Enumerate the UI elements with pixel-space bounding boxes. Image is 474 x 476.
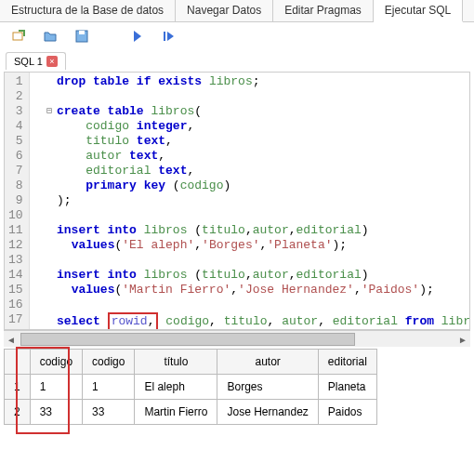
line-gutter: 1234567891011121314151617 [5,73,30,329]
sql-editor[interactable]: 1234567891011121314151617 ⊟ drop table i… [4,72,470,330]
main-tabs: Estructura de la Base de datosNavegar Da… [0,0,474,22]
run-line-icon[interactable] [162,29,177,44]
tab-estructura-de-la-base-de-datos[interactable]: Estructura de la Base de datos [0,0,176,21]
svg-rect-0 [13,33,22,40]
sql-tabs: SQL 1 × [0,50,474,72]
svg-rect-3 [164,32,165,41]
new-tab-icon[interactable] [11,29,26,44]
scroll-left-arrow[interactable]: ◄ [4,332,19,347]
horizontal-scrollbar[interactable]: ◄ ► [4,330,470,347]
table-cell: Borges [217,375,318,400]
tab-editar-pragmas[interactable]: Editar Pragmas [273,0,374,21]
col-header[interactable]: título [135,350,217,375]
save-file-icon[interactable] [74,29,89,44]
table-cell: Paidos [318,400,376,425]
table-cell: 33 [30,400,82,425]
toolbar [0,22,474,50]
sql-tab-label: SQL 1 [14,56,43,67]
col-header[interactable]: autor [217,350,318,375]
table-cell: Planeta [318,375,376,400]
table-cell: Jose Hernandez [217,400,318,425]
results-header-row: codigocodigotítuloautoreditorial [5,350,377,375]
col-header[interactable]: codigo [30,350,82,375]
results-table: codigocodigotítuloautoreditorial 111El a… [4,349,377,425]
fold-column: ⊟ [44,74,55,327]
tab-ejecutar-sql[interactable]: Ejecutar SQL [374,0,463,22]
results-panel: codigocodigotítuloautoreditorial 111El a… [4,349,470,425]
scroll-thumb[interactable] [20,333,355,346]
table-row[interactable]: 111El alephBorgesPlaneta [5,375,377,400]
scroll-right-arrow[interactable]: ► [455,332,470,347]
code-area[interactable]: drop table if exists libros; create tabl… [30,73,469,329]
svg-rect-2 [79,31,85,34]
table-cell: 1 [30,375,82,400]
col-header[interactable]: codigo [83,350,135,375]
table-cell: 1 [83,375,135,400]
open-file-icon[interactable] [43,29,58,44]
sql-tab-1[interactable]: SQL 1 × [6,52,66,70]
table-cell: 33 [83,400,135,425]
col-header[interactable]: editorial [318,350,376,375]
table-cell: Martin Fierro [135,400,217,425]
table-row[interactable]: 23333Martin FierroJose HernandezPaidos [5,400,377,425]
tab-navegar-datos[interactable]: Navegar Datos [176,0,273,21]
run-icon[interactable] [130,29,145,44]
close-icon[interactable]: × [46,56,58,67]
table-cell: El aleph [135,375,217,400]
